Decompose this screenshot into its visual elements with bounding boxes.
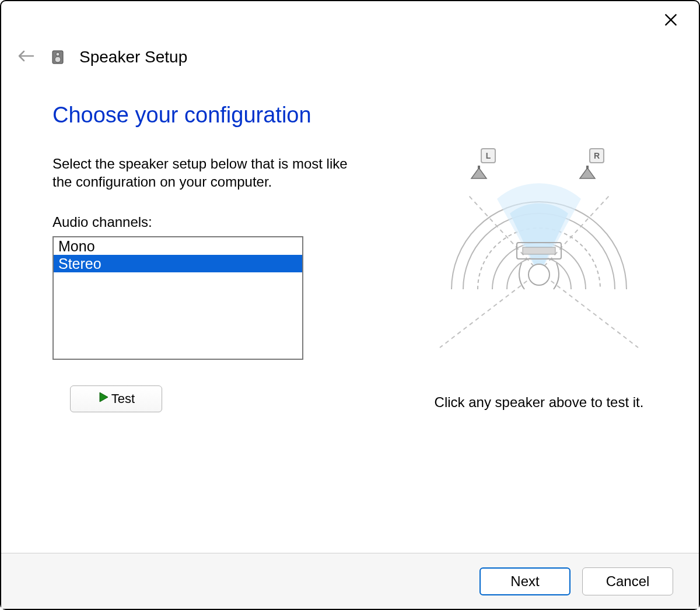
cancel-button-label: Cancel <box>606 573 650 589</box>
close-icon <box>663 12 678 30</box>
svg-line-4 <box>539 272 638 348</box>
svg-rect-8 <box>523 247 555 254</box>
svg-rect-10 <box>478 166 480 169</box>
wizard-header: Speaker Setup <box>1 1 699 68</box>
right-speaker-badge: R <box>589 148 604 163</box>
test-button[interactable]: Test <box>70 385 162 412</box>
diagram-hint: Click any speaker above to test it. <box>435 394 644 411</box>
right-speaker[interactable] <box>579 166 596 180</box>
next-button-label: Next <box>510 573 539 589</box>
test-button-label: Test <box>111 391 135 406</box>
close-button[interactable] <box>659 9 682 33</box>
svg-point-2 <box>55 57 61 62</box>
audio-channels-listbox[interactable]: MonoStereo <box>52 236 303 360</box>
left-speaker-badge: L <box>481 148 496 163</box>
channel-option[interactable]: Mono <box>54 237 302 255</box>
page-description: Select the speaker setup below that is m… <box>52 155 368 191</box>
play-icon <box>97 391 109 406</box>
channels-label: Audio channels: <box>52 214 379 230</box>
wizard-title: Speaker Setup <box>79 48 187 66</box>
cancel-button[interactable]: Cancel <box>582 567 673 595</box>
speaker-setup-dialog: Speaker Setup Choose your configuration … <box>0 0 700 610</box>
wizard-content: Choose your configuration Select the spe… <box>1 68 699 553</box>
svg-line-3 <box>440 272 539 348</box>
back-button[interactable] <box>15 47 36 68</box>
left-speaker[interactable] <box>470 166 488 180</box>
svg-point-9 <box>528 264 550 285</box>
speaker-setup-icon <box>49 48 66 66</box>
channel-option[interactable]: Stereo <box>54 255 302 272</box>
wizard-footer: Next Cancel <box>1 553 699 609</box>
page-heading: Choose your configuration <box>52 103 379 128</box>
arrow-left-icon <box>17 49 34 65</box>
svg-point-1 <box>56 52 60 56</box>
next-button[interactable]: Next <box>480 567 570 595</box>
speaker-layout-diagram: L R <box>428 143 650 353</box>
svg-rect-11 <box>586 166 589 169</box>
